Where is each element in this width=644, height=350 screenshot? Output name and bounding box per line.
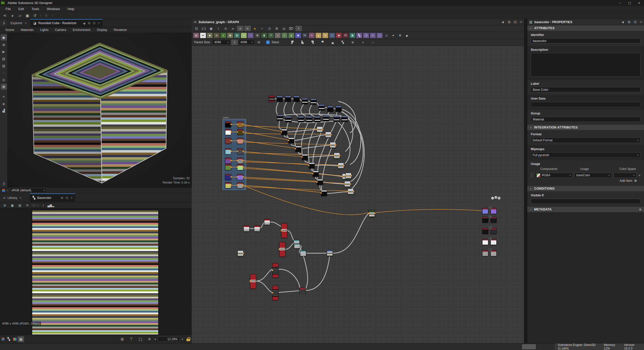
output-pin-icon[interactable]: ⊛ (494, 196, 497, 199)
blend-node[interactable] (327, 106, 333, 112)
alpha-checker-icon[interactable]: ▚ (6, 336, 12, 342)
align-tool-8[interactable]: ∩ (370, 39, 376, 45)
fxmap-node-icon[interactable]: ▚ (356, 33, 362, 38)
output-node[interactable] (491, 250, 497, 256)
snap-grid-icon[interactable]: ⌗ (295, 26, 302, 31)
environment-icon[interactable]: ▧ (1, 56, 7, 62)
pin-node-icon[interactable]: ▶ (403, 31, 411, 39)
palette-mapped-node[interactable] (237, 148, 243, 154)
dot-node-icon[interactable]: ● (275, 33, 281, 38)
fxmap3-node-icon[interactable]: ∿ (370, 33, 376, 38)
fxmap4-node-icon[interactable]: ▢ (377, 33, 383, 38)
blend-node[interactable] (313, 171, 319, 177)
menu-file[interactable]: File (2, 6, 14, 12)
blend-node[interactable] (309, 162, 315, 168)
float-icon[interactable]: ⧉ (61, 196, 63, 200)
reset-size-icon[interactable]: ⟲ (255, 39, 262, 45)
frame-all-icon[interactable]: ⊡ (193, 26, 200, 31)
save-image-icon[interactable]: ▣ (9, 202, 16, 208)
pointer-icon[interactable]: ▶ (1, 49, 7, 55)
display-icon[interactable]: ▣ (18, 336, 24, 342)
align-tool-5[interactable]: ▚ (339, 39, 346, 45)
timer-icon[interactable]: ◷ (266, 26, 273, 31)
identifier-field[interactable] (531, 38, 640, 43)
gear-badge-icon[interactable]: ⊛ (489, 248, 492, 252)
pattern-node-icon[interactable]: ▩ (349, 33, 355, 38)
tab-explorer[interactable]: Explorer × (8, 19, 30, 27)
palette-color-node[interactable] (225, 174, 231, 180)
generator-node[interactable] (250, 274, 256, 289)
section-metadata[interactable]: ∨METADATA ⊕ (527, 206, 644, 212)
generator-node[interactable] (369, 210, 375, 217)
palette-color-node[interactable] (225, 121, 231, 127)
output-pin-icon[interactable]: ⊛ (498, 197, 501, 200)
blend-node[interactable] (325, 132, 331, 138)
bitmap-node-icon[interactable]: ▤ (193, 33, 199, 38)
size-select[interactable]: 4096 ∨ (238, 40, 255, 45)
blend-node[interactable] (317, 126, 323, 133)
stack-checkbox[interactable]: ✓ (266, 40, 270, 44)
palette-mapped-node[interactable] (237, 129, 243, 135)
output-node[interactable] (491, 228, 497, 234)
maximize-icon[interactable]: ⊡ (634, 20, 637, 24)
blend-node[interactable] (310, 99, 316, 105)
search-icon[interactable]: ⊙ (222, 26, 229, 31)
zoom-out-icon[interactable]: ● (154, 336, 157, 342)
blend-node[interactable] (336, 106, 342, 112)
generator-node[interactable] (272, 263, 278, 278)
clean-icon[interactable]: ⌦ (288, 26, 295, 31)
undo-chevron-icon[interactable]: ∨ (39, 13, 42, 19)
close-icon[interactable]: × (634, 0, 644, 6)
directional-warp-node-icon[interactable]: ⇄ (214, 33, 220, 38)
new-substance-icon[interactable]: ◕ (9, 13, 16, 19)
generator-node[interactable] (281, 223, 287, 238)
pin-icon[interactable]: ▶ (501, 20, 506, 24)
minimize-icon[interactable]: – (615, 0, 625, 6)
maximize-icon[interactable]: ▢ (625, 0, 634, 6)
palette-mapped-node[interactable] (237, 121, 243, 127)
connect-icon[interactable]: ● (252, 26, 258, 31)
orbit-icon[interactable]: ◎ (1, 77, 7, 83)
tab-library[interactable]: ▱ Library × (0, 193, 28, 202)
add-item-icon[interactable]: ⊕ (634, 179, 637, 183)
lasso-icon[interactable]: ◌ (1, 70, 7, 76)
tree-icon[interactable]: ╞ (0, 180, 8, 187)
metadata-add-icon[interactable]: ⊕ (639, 208, 641, 211)
refresh-image-icon[interactable]: ⟳ (24, 202, 31, 208)
blend-node[interactable] (281, 129, 287, 135)
blend-node[interactable] (286, 116, 292, 122)
blend-node[interactable] (338, 163, 344, 169)
float-icon[interactable]: ⧉ (508, 20, 510, 24)
float-icon[interactable]: ⧉ (88, 21, 90, 25)
output-node[interactable] (482, 239, 488, 245)
histogram-icon[interactable]: ▄▆▂ (48, 202, 54, 208)
align-tool-1[interactable]: ▙ (299, 39, 306, 45)
menu-windows[interactable]: Windows (43, 6, 64, 12)
blend-node[interactable] (306, 116, 312, 122)
grid-icon[interactable]: ⊞ (119, 336, 126, 342)
blend-node[interactable] (321, 190, 327, 196)
section-integration-attributes[interactable]: ∨INTEGRATION ATTRIBUTES (527, 124, 644, 130)
normal-node-icon[interactable]: ▮ (261, 33, 267, 38)
blend-node[interactable] (334, 153, 340, 159)
generator-node[interactable] (244, 226, 250, 232)
paste-image-icon[interactable]: ▤ (17, 202, 23, 208)
switch-node-icon[interactable]: 01 (343, 33, 349, 38)
zoom-field[interactable]: 12.26% (158, 337, 180, 342)
palette-mapped-node[interactable] (237, 158, 243, 164)
blend-node[interactable] (288, 138, 294, 144)
gear-badge-icon[interactable]: ⊛ (489, 206, 492, 209)
close-icon[interactable]: × (20, 196, 21, 200)
tile-node-icon[interactable]: ⊞ (254, 33, 260, 38)
blend-node[interactable] (302, 98, 308, 104)
info-icon[interactable]: i (40, 202, 47, 208)
generator-node[interactable] (327, 250, 333, 256)
parent-size-select[interactable]: 4096 ∨ (212, 40, 230, 45)
blend-node[interactable] (302, 154, 308, 160)
tab-3d-view[interactable]: ◪ Rounded Cube - Rasterizer ▶ ⧉ ⊡ × (30, 19, 103, 27)
output-node[interactable] (482, 217, 488, 223)
align-tool-4[interactable]: ▄ (329, 39, 336, 45)
pyramid-node-icon[interactable]: ▲ (288, 33, 294, 38)
layers-view-icon[interactable]: ≡ (244, 26, 251, 31)
generator-node[interactable] (299, 288, 305, 294)
